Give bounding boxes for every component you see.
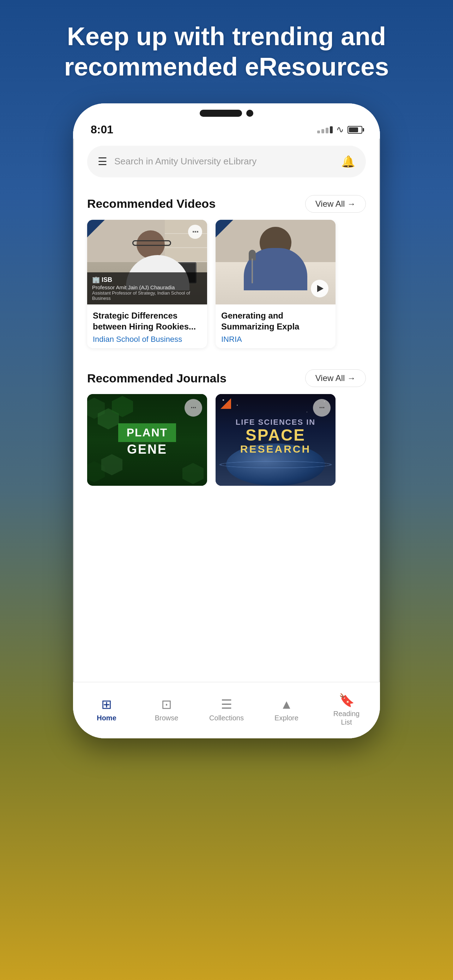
space-research-text: RESEARCH (236, 443, 315, 455)
space-journal-text: LIFE SCIENCES IN SPACE RESEARCH (236, 418, 315, 455)
video-card-inria[interactable]: Generating and Summarizing Expla INRIA (216, 220, 335, 348)
signal-dot-2 (321, 129, 324, 134)
video-cards-row: 🏢 ISB Professor Amit Jain (AJ) Chauradia… (73, 220, 380, 359)
corner-triangle-isb (87, 220, 105, 237)
nav-item-browse[interactable]: ⊡ Browse (137, 698, 197, 722)
battery-fill (349, 127, 358, 132)
home-nav-label: Home (97, 714, 116, 722)
isb-card-source: Indian School of Business (93, 335, 202, 344)
nav-item-reading-list[interactable]: 🔖 ReadingList (316, 694, 377, 726)
page-wrapper: Keep up with trending and recommended eR… (0, 0, 453, 980)
nav-item-explore[interactable]: ▲ Explore (256, 698, 316, 722)
journals-view-all-button[interactable]: View All → (305, 369, 366, 387)
browse-nav-label: Browse (155, 714, 178, 722)
corner-triangle-inria (216, 220, 233, 237)
journal-card-space[interactable]: LIFE SCIENCES IN SPACE RESEARCH ··· (216, 394, 335, 486)
collections-nav-label: Collections (209, 714, 244, 722)
status-bar: 8:01 ∿ (73, 103, 380, 138)
professor-name: Professor Amit Jain (AJ) Chauradia (92, 284, 202, 290)
plant-text-plant: PLANT (118, 423, 176, 442)
search-input[interactable]: Search in Amity University eLibrary (114, 156, 334, 167)
inria-card-source: INRIA (221, 335, 330, 344)
signal-dot-4 (330, 126, 333, 134)
elsevier-logo (221, 398, 231, 409)
videos-view-all-button[interactable]: View All → (305, 195, 366, 213)
explore-nav-label: Explore (275, 714, 299, 722)
space-planet-ring (219, 461, 332, 468)
journal-cards-row: PLANT GENE ··· (73, 394, 380, 486)
plant-more-button[interactable]: ··· (184, 399, 202, 417)
play-button-inria[interactable] (311, 280, 329, 298)
status-icons: ∿ (317, 124, 362, 135)
browse-icon: ⊡ (161, 698, 172, 711)
nav-item-home[interactable]: ⊞ Home (76, 698, 137, 722)
collections-icon: ☰ (221, 698, 232, 711)
video-thumb-inria (216, 220, 335, 304)
phone-frame: 8:01 ∿ ☰ Search in Amity Un (73, 103, 380, 738)
inria-card-info: Generating and Summarizing Expla INRIA (216, 304, 335, 348)
signal-icon (317, 126, 333, 134)
elsevier-triangle-icon (221, 398, 231, 409)
phone-content: Recommended Videos View All → (73, 188, 380, 682)
plant-text-gene: GENE (127, 442, 167, 457)
reading-list-icon: 🔖 (339, 694, 354, 706)
signal-dot-1 (317, 130, 320, 134)
bottom-navigation: ⊞ Home ⊡ Browse ☰ Collections ▲ Explore … (73, 682, 380, 738)
wifi-icon: ∿ (336, 124, 344, 135)
notch-area (200, 103, 253, 117)
videos-section-header: Recommended Videos View All → (73, 188, 380, 220)
menu-icon[interactable]: ☰ (98, 155, 107, 167)
journals-section-title: Recommended Journals (87, 371, 227, 385)
explore-icon: ▲ (280, 698, 293, 711)
signal-dot-3 (326, 128, 329, 134)
reading-list-nav-label: ReadingList (334, 710, 360, 726)
front-camera (246, 110, 253, 117)
inria-card-title: Generating and Summarizing Expla (221, 310, 330, 332)
person-glasses (132, 240, 171, 246)
isb-label-overlay: 🏢 ISB Professor Amit Jain (AJ) Chauradia… (87, 272, 207, 304)
battery-icon (348, 126, 362, 134)
mic-stand (251, 259, 253, 283)
journal-card-plant[interactable]: PLANT GENE ··· (87, 394, 207, 486)
video-card-isb[interactable]: 🏢 ISB Professor Amit Jain (AJ) Chauradia… (87, 220, 207, 348)
space-main-text: SPACE (236, 427, 315, 443)
bell-icon[interactable]: 🔔 (341, 155, 355, 168)
search-bar[interactable]: ☰ Search in Amity University eLibrary 🔔 (87, 146, 366, 177)
isb-card-info: Strategic Differences between Hiring Roo… (87, 304, 207, 348)
professor-role: Assistant Professor of Strategy, Indian … (92, 290, 202, 301)
home-icon: ⊞ (101, 698, 112, 711)
isb-logo-text: 🏢 ISB (92, 276, 202, 284)
journals-section-header: Recommended Journals View All → (73, 362, 380, 394)
space-more-button[interactable]: ··· (313, 399, 331, 417)
notch-pill (200, 110, 242, 117)
isb-card-title: Strategic Differences between Hiring Roo… (93, 310, 202, 332)
isb-more-button[interactable]: ··· (188, 225, 202, 239)
status-time: 8:01 (91, 123, 113, 136)
journals-section: Recommended Journals View All → (73, 362, 380, 486)
videos-section-title: Recommended Videos (87, 197, 216, 211)
page-headline: Keep up with trending and recommended eR… (0, 21, 453, 103)
play-triangle-icon (317, 285, 324, 292)
video-thumb-isb: 🏢 ISB Professor Amit Jain (AJ) Chauradia… (87, 220, 207, 304)
nav-item-collections[interactable]: ☰ Collections (197, 698, 256, 722)
